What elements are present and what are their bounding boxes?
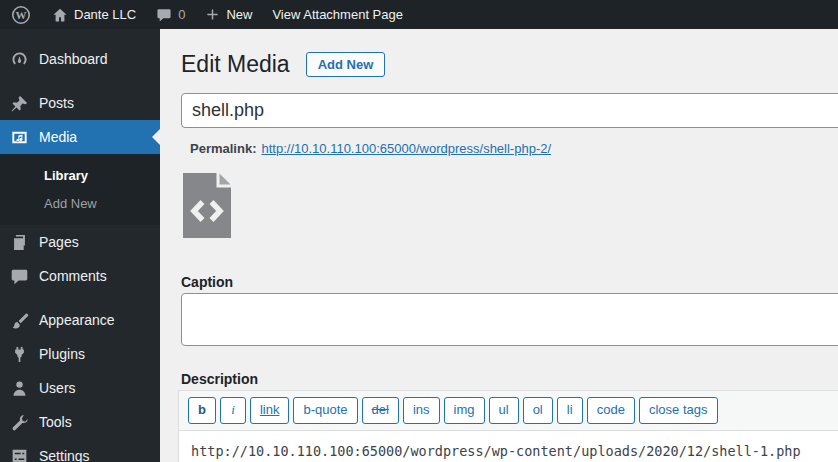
quicktag-button-b-quote[interactable]: b-quote [293,397,357,424]
quicktag-button-close-tags[interactable]: close tags [639,397,718,424]
permalink-link[interactable]: http://10.10.110.100:65000/wordpress/she… [261,141,551,156]
media-icon [9,127,29,147]
edit-media-page: Edit Media Add New Permalink:http://10.1… [160,29,838,462]
wordpress-logo-icon: W [11,5,31,25]
new-label: New [226,7,252,22]
sidebar-item-label: Settings [39,448,90,462]
site-name: Dante LLC [74,7,136,22]
page-title: Edit Media [181,50,290,80]
submenu-item-add-new[interactable]: Add New [0,189,160,217]
sidebar-item-label: Plugins [39,346,85,362]
description-label: Description [181,371,258,387]
sidebar-item-posts[interactable]: Posts [0,86,160,120]
media-title-input[interactable] [181,93,838,128]
settings-icon [9,446,29,462]
site-name-menu[interactable]: Dante LLC [42,0,146,29]
media-submenu: LibraryAdd New [0,154,160,225]
quicktag-button-ins[interactable]: ins [403,397,440,424]
code-file-icon [183,173,231,238]
quicktag-button-img[interactable]: img [444,397,485,424]
comment-count: 0 [178,7,185,22]
quicktags-toolbar: bilinkb-quotedelinsimgulollicodeclose ta… [179,391,838,431]
sidebar-item-plugins[interactable]: Plugins [0,337,160,371]
sidebar-item-media[interactable]: Media [0,120,160,154]
sidebar-item-label: Media [39,129,77,145]
sidebar-item-users[interactable]: Users [0,371,160,405]
quicktag-button-link[interactable]: link [250,397,290,424]
wordpress-logo-menu[interactable]: W [0,0,42,29]
plug-icon [9,344,29,364]
sidebar-item-label: Posts [39,95,74,111]
sidebar-item-pages[interactable]: Pages [0,225,160,259]
svg-text:W: W [16,9,27,21]
menu-separator [0,76,160,86]
comments-menu[interactable]: 0 [146,0,195,29]
sidebar-item-tools[interactable]: Tools [0,405,160,439]
sidebar-item-comments[interactable]: Comments [0,259,160,293]
view-attachment-page-link[interactable]: View Attachment Page [262,0,413,29]
sidebar-item-appearance[interactable]: Appearance [0,303,160,337]
dashboard-icon [9,49,29,69]
quicktag-button-li[interactable]: li [557,397,583,424]
quicktag-button-b[interactable]: b [188,397,216,424]
user-icon [9,378,29,398]
submenu-item-library[interactable]: Library [0,161,160,189]
sidebar-item-label: Tools [39,414,72,430]
add-new-button[interactable]: Add New [306,52,386,77]
quicktag-button-ul[interactable]: ul [489,397,519,424]
new-content-menu[interactable]: New [195,0,262,29]
pages-icon [9,232,29,252]
comment-icon [9,266,29,286]
sidebar-item-settings[interactable]: Settings [0,439,160,462]
description-editor: bilinkb-quotedelinsimgulollicodeclose ta… [178,390,838,462]
quicktag-button-del[interactable]: del [362,397,399,424]
caption-label: Caption [181,274,233,290]
sidebar-item-dashboard[interactable]: Dashboard [0,42,160,76]
wrench-icon [9,412,29,432]
permalink-label: Permalink: [190,141,256,156]
sidebar-item-label: Dashboard [39,51,108,67]
sidebar-item-label: Users [39,380,76,396]
home-icon [52,7,68,23]
admin-sidebar: DashboardPostsMediaLibraryAdd NewPagesCo… [0,29,160,462]
caption-textarea[interactable] [181,293,838,346]
heading-row: Edit Media Add New [181,50,385,80]
admin-topbar: W Dante LLC 0 New View Attachment Page [0,0,838,29]
quicktag-button-ol[interactable]: ol [523,397,553,424]
permalink-row: Permalink:http://10.10.110.100:65000/wor… [190,141,551,156]
brush-icon [9,310,29,330]
sidebar-item-label: Comments [39,268,107,284]
plus-icon [205,7,220,22]
sidebar-item-label: Appearance [39,312,115,328]
description-textarea[interactable]: http://10.10.110.100:65000/wordpress/wp-… [179,431,838,462]
active-menu-arrow [152,129,160,145]
view-attachment-page-label: View Attachment Page [272,7,403,22]
comment-bubble-icon [156,7,172,23]
quicktag-button-i[interactable]: i [220,397,246,424]
sidebar-item-label: Pages [39,234,79,250]
menu-separator [0,293,160,303]
pushpin-icon [9,93,29,113]
quicktag-button-code[interactable]: code [587,397,635,424]
